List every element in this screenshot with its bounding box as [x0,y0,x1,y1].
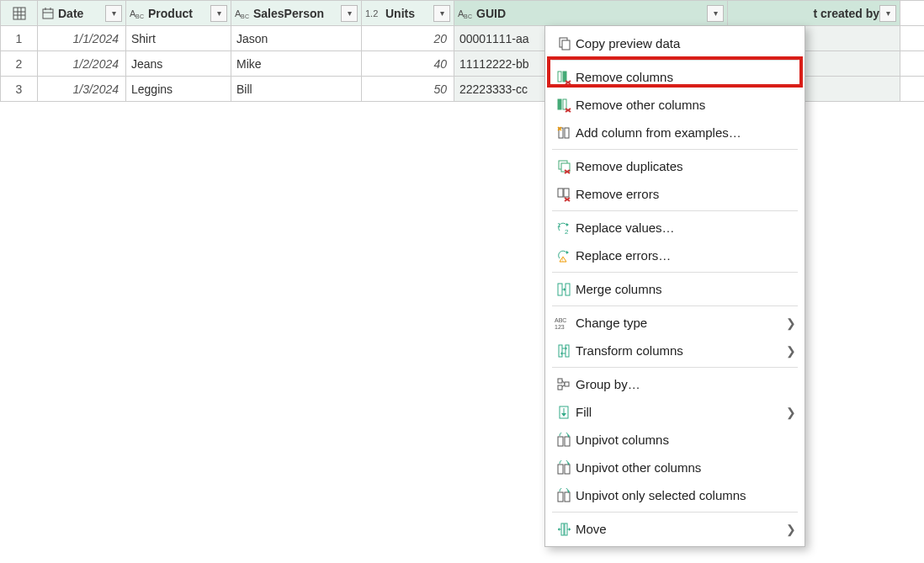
svg-rect-57 [558,385,562,390]
filter-dropdown[interactable] [210,5,227,22]
group-by-icon [552,377,576,392]
menu-fill[interactable]: Fill ❯ [545,398,805,426]
svg-rect-25 [558,99,561,109]
col-label: Date [56,7,105,20]
svg-rect-58 [565,382,569,386]
svg-rect-67 [558,465,563,474]
svg-rect-44 [558,284,562,295]
svg-marker-41 [566,223,569,226]
svg-rect-68 [565,465,570,474]
svg-rect-73 [561,523,564,535]
menu-remove-columns[interactable]: Remove columns [545,63,805,91]
filter-dropdown[interactable] [341,5,358,22]
svg-marker-55 [560,352,562,355]
menu-remove-other-columns[interactable]: Remove other columns [545,91,805,119]
move-icon [552,522,576,537]
menu-move[interactable]: Move ❯ [545,515,805,543]
col-label: Product [146,7,210,20]
row-number: 1 [1,26,38,50]
context-menu: Copy preview data Remove columns Remove … [544,25,805,547]
cell-product: Jeans [130,57,162,71]
svg-rect-65 [565,437,570,446]
cell-product: Shirt [130,32,156,45]
col-header-units[interactable]: 1.2 Units [362,1,454,25]
menu-transform-columns[interactable]: Transform columns ❯ [545,337,805,364]
svg-rect-5 [43,9,53,19]
menu-separator [552,149,798,150]
menu-replace-errors[interactable]: ! Replace errors… [545,242,805,269]
corner-cell[interactable] [1,1,38,25]
svg-rect-45 [566,284,570,295]
col-label: Units [384,7,433,20]
cell-date: 1/3/2024 [73,82,123,96]
menu-unpivot-other-columns[interactable]: Unpivot other columns [545,454,805,481]
svg-text:C: C [468,13,472,19]
svg-text:2: 2 [565,228,569,236]
col-header-salesperson[interactable]: ABC SalesPerson [231,1,362,25]
menu-separator [552,60,798,61]
svg-text:1.2: 1.2 [365,8,378,19]
table-icon [13,7,26,20]
menu-separator [552,272,798,273]
menu-unpivot-columns[interactable]: Unpivot columns [545,426,805,454]
svg-rect-51 [566,345,569,357]
svg-rect-71 [565,492,570,502]
col-label: t created by [731,7,879,20]
filter-dropdown[interactable] [105,5,122,22]
text-type-icon: ABC [458,7,473,20]
replace-errors-icon: ! [552,248,576,263]
menu-change-type[interactable]: ABC123 Change type ❯ [545,309,805,337]
chevron-right-icon: ❯ [786,523,796,536]
filter-dropdown[interactable] [879,5,896,22]
svg-rect-36 [564,189,569,197]
cell-product: Leggins [130,82,173,96]
cell-date: 1/2/2024 [73,57,123,71]
replace-values-icon: 12 [552,220,576,236]
svg-rect-50 [559,345,562,357]
col-header-date[interactable]: Date [38,1,126,25]
filter-dropdown[interactable] [707,5,724,22]
col-label: GUID [475,7,707,20]
add-column-examples-icon [552,125,576,141]
row-number: 2 [1,51,38,76]
cell-units: 40 [433,57,450,71]
menu-merge-columns[interactable]: Merge columns [545,275,805,303]
svg-marker-78 [569,528,571,531]
svg-rect-30 [565,128,569,138]
svg-rect-0 [13,8,25,19]
menu-copy-preview-data[interactable]: Copy preview data [545,29,805,57]
svg-rect-70 [558,492,563,502]
col-header-guid[interactable]: ABC GUID [454,1,728,25]
menu-separator [552,512,798,513]
unpivot-selected-icon [552,488,576,503]
menu-separator [552,305,798,306]
cell-salesperson: Bill [235,82,252,96]
menu-remove-duplicates[interactable]: Remove duplicates [545,152,805,180]
cell-guid: 00001111-aa [458,32,529,45]
svg-text:C: C [245,13,249,19]
menu-add-column-from-examples[interactable]: Add column from examples… [545,119,805,146]
filter-dropdown[interactable] [433,5,450,22]
menu-group-by[interactable]: Group by… [545,370,805,398]
transform-columns-icon [552,343,576,359]
svg-rect-22 [563,72,566,82]
menu-unpivot-only-selected-columns[interactable]: Unpivot only selected columns [545,481,805,509]
menu-remove-errors[interactable]: Remove errors [545,180,805,208]
svg-marker-53 [566,347,567,350]
remove-errors-icon [552,187,576,202]
menu-replace-values[interactable]: 12 Replace values… [545,214,805,242]
fill-icon [552,405,576,420]
svg-rect-64 [558,437,563,446]
menu-separator [552,210,798,211]
svg-rect-35 [558,189,563,197]
number-type-icon: 1.2 [365,7,382,20]
unpivot-icon [552,433,576,448]
col-header-report-created-by[interactable]: t created by [728,1,900,25]
text-type-icon: ABC [130,7,145,20]
menu-separator [552,367,798,368]
col-header-product[interactable]: ABC Product [126,1,231,25]
svg-text:C: C [140,13,144,19]
cell-units: 50 [433,82,450,96]
svg-marker-42 [566,251,569,254]
cell-guid: 11112222-bb [458,57,529,71]
